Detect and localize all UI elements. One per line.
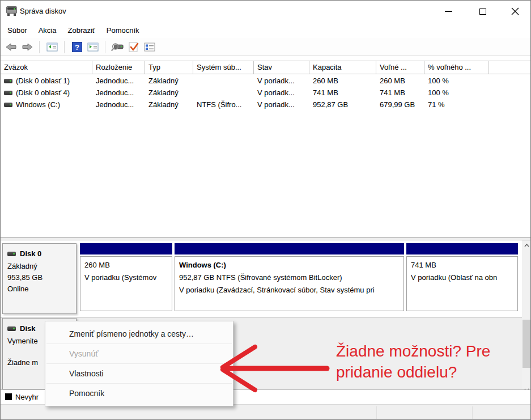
column-header-free[interactable]: Voľné ... [376, 61, 424, 74]
scroll-up-button[interactable] [522, 240, 531, 250]
rescan-disks-button[interactable] [111, 40, 124, 54]
partition-recovery[interactable]: 741 MB V poriadku (Oblasť na obn [406, 243, 518, 312]
scrollbar-thumb[interactable] [522, 320, 531, 368]
cell-pct-free: 71 % [424, 100, 489, 109]
disk0-size: 953,85 GB [7, 272, 76, 283]
partition-windows-c[interactable]: Windows (C:) 952,87 GB NTFS (Šifrované s… [175, 243, 404, 312]
disk1-name: Disk [20, 323, 35, 334]
column-header-filesystem[interactable]: Systém súb... [193, 61, 254, 74]
forward-arrow-icon [22, 43, 33, 51]
status-divider [376, 406, 377, 419]
partition-status: V poriadku (Zavádzací, Stránkovací súbor… [179, 284, 403, 296]
column-header-pct-free[interactable]: % voľného ... [424, 61, 489, 74]
partition-size: 952,87 GB NTFS (Šifrované systémom BitLo… [179, 271, 403, 284]
cell-capacity: 260 MB [309, 77, 376, 85]
cell-layout: Jednoduc... [92, 100, 145, 109]
volume-table-body: (Disk 0 oblasť 1) Jednoduc... Základný V… [1, 75, 531, 111]
cell-filesystem: NTFS (Šifro... [193, 100, 254, 109]
menu-item-change-drive-letter[interactable]: Zmeniť písmeno jednotky a cesty… [45, 324, 233, 343]
table-row[interactable]: Windows (C:) Jednoduc... Základný NTFS (… [1, 99, 531, 111]
help-icon: ? [72, 42, 82, 52]
column-header-status[interactable]: Stav [254, 61, 309, 74]
minimize-button[interactable] [436, 1, 460, 22]
cell-status: V poriadk... [254, 88, 309, 97]
column-header-type[interactable]: Typ [145, 61, 193, 74]
menu-view[interactable]: Zobraziť [68, 26, 95, 35]
check-icon [128, 42, 139, 52]
table-row[interactable]: (Disk 0 oblasť 1) Jednoduc... Základný V… [1, 75, 531, 87]
unallocated-swatch [5, 393, 12, 400]
menu-action[interactable]: Akcia [39, 26, 57, 35]
volume-icon [4, 79, 12, 83]
show-console-tree-button[interactable] [45, 40, 58, 54]
partition-size: 741 MB [411, 259, 517, 271]
cell-layout: Jednoduc... [92, 88, 145, 97]
show-console-tree-icon [46, 43, 58, 52]
title-bar: Správa diskov [1, 1, 531, 22]
partition-status: V poriadku (Oblasť na obn [411, 271, 517, 284]
table-row[interactable]: (Disk 0 oblasť 4) Jednoduc... Základný V… [1, 87, 531, 99]
cell-capacity: 741 MB [309, 88, 376, 97]
maximize-icon [479, 9, 486, 15]
cell-type: Základný [145, 100, 193, 109]
status-bar [1, 404, 531, 420]
cell-pct-free: 100 % [424, 88, 489, 97]
status-divider [472, 406, 473, 419]
cell-volume: (Disk 0 oblasť 1) [16, 77, 70, 85]
disk-management-window: Správa diskov Súbor Akcia Zobraziť Pomoc… [0, 0, 531, 420]
partition-band [175, 243, 404, 254]
partition-title: Windows (C:) [179, 259, 403, 271]
forward-button[interactable] [20, 40, 33, 54]
cell-free: 741 MB [376, 88, 424, 97]
disk0-panel[interactable]: Disk 0 Základný 953,85 GB Online [2, 243, 77, 314]
column-header-layout[interactable]: Rozloženie [92, 61, 145, 74]
context-menu: Zmeniť písmeno jednotky a cesty… Vysunúť… [45, 321, 233, 406]
menu-item-help[interactable]: Pomocník [45, 384, 233, 403]
column-header-capacity[interactable]: Kapacita [309, 61, 376, 74]
disk0-type: Základný [7, 261, 76, 272]
cell-type: Základný [145, 77, 193, 85]
window-title: Správa diskov [20, 1, 66, 22]
menu-bar: Súbor Akcia Zobraziť Pomocník [1, 22, 531, 38]
toolbar-separator [105, 41, 105, 53]
volume-icon [4, 91, 12, 95]
properties-list-icon [144, 43, 155, 52]
minimize-icon [445, 11, 452, 12]
cell-volume: Windows (C:) [16, 100, 60, 109]
cell-type: Základný [145, 88, 193, 97]
maximize-button[interactable] [471, 1, 495, 22]
menu-item-properties[interactable]: Vlastnosti [45, 364, 233, 383]
volume-icon [4, 103, 12, 107]
chevron-up-icon [524, 244, 529, 247]
vertical-scrollbar[interactable] [522, 240, 531, 394]
cell-layout: Jednoduc... [92, 77, 145, 85]
partition-system[interactable]: 260 MB V poriadku (Systémov [80, 243, 172, 312]
back-button[interactable] [5, 40, 18, 54]
column-header-filler [489, 61, 531, 74]
close-button[interactable] [503, 1, 527, 22]
help-button[interactable]: ? [70, 40, 83, 54]
cell-capacity: 952,87 GB [309, 100, 376, 109]
cell-status: V poriadk... [254, 77, 309, 85]
toolbar-separator [39, 41, 40, 53]
column-header-volume[interactable]: Zväzok [1, 61, 92, 74]
cell-status: V poriadk... [254, 100, 309, 109]
partition-band [406, 243, 518, 254]
partition-band [80, 243, 172, 254]
menu-file[interactable]: Súbor [7, 26, 27, 35]
show-action-pane-button[interactable] [86, 40, 99, 54]
menu-help[interactable]: Pomocník [107, 26, 139, 35]
rescan-disks-icon [111, 42, 124, 52]
toolbar-separator [64, 41, 65, 53]
check-disk-button[interactable] [127, 40, 140, 54]
disk-icon [7, 252, 16, 256]
menu-item-eject: Vysunúť [45, 344, 233, 363]
partition-status: V poriadku (Systémov [84, 271, 172, 284]
back-arrow-icon [6, 43, 17, 51]
cell-volume: (Disk 0 oblasť 4) [16, 88, 70, 97]
close-icon [511, 7, 519, 15]
svg-text:?: ? [75, 43, 79, 51]
properties-list-button[interactable] [143, 40, 156, 54]
show-action-pane-icon [87, 43, 99, 52]
disk0-name: Disk 0 [20, 248, 41, 260]
